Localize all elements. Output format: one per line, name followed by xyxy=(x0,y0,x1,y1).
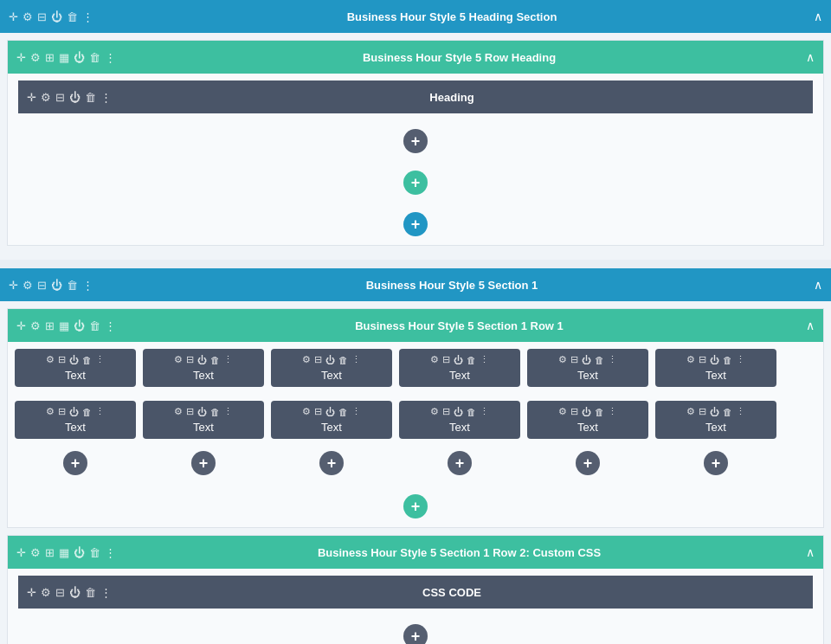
trash-icon[interactable]: 🗑 xyxy=(82,355,92,365)
gear-icon[interactable]: ⚙ xyxy=(174,406,183,417)
power-icon[interactable]: ⏻ xyxy=(454,407,463,417)
dots-icon[interactable]: ⋮ xyxy=(223,406,233,417)
move-icon[interactable]: ✛ xyxy=(16,319,26,332)
dots-icon[interactable]: ⋮ xyxy=(608,354,617,365)
columns-icon[interactable]: ▦ xyxy=(59,319,69,332)
power-icon[interactable]: ⏻ xyxy=(582,355,591,365)
power-icon[interactable]: ⏻ xyxy=(69,91,81,104)
power-icon[interactable]: ⏻ xyxy=(197,407,207,417)
power-icon[interactable]: ⏻ xyxy=(74,319,85,332)
add-col-3-button[interactable]: + xyxy=(319,451,344,475)
dots-icon[interactable]: ⋮ xyxy=(351,354,361,365)
dots-icon[interactable]: ⋮ xyxy=(105,51,116,64)
layers-icon[interactable]: ⊟ xyxy=(37,279,47,292)
layers-icon[interactable]: ⊟ xyxy=(699,354,706,365)
gear-icon[interactable]: ⚙ xyxy=(23,279,33,292)
trash-icon[interactable]: 🗑 xyxy=(467,355,476,365)
gear-icon[interactable]: ⚙ xyxy=(41,586,51,599)
move-icon[interactable]: ✛ xyxy=(16,51,26,64)
trash-icon[interactable]: 🗑 xyxy=(338,407,348,417)
layers-icon[interactable]: ⊟ xyxy=(186,354,194,365)
layers-icon[interactable]: ⊞ xyxy=(45,546,55,559)
layers-icon[interactable]: ⊟ xyxy=(58,406,66,417)
gear-icon[interactable]: ⚙ xyxy=(30,546,41,559)
power-icon[interactable]: ⏻ xyxy=(325,407,335,417)
section1-row2-chevron[interactable]: ∧ xyxy=(806,545,815,559)
layers-icon[interactable]: ⊟ xyxy=(570,406,578,417)
dots-icon[interactable]: ⋮ xyxy=(736,406,745,417)
trash-icon[interactable]: 🗑 xyxy=(210,355,220,365)
trash-icon[interactable]: 🗑 xyxy=(89,546,100,559)
power-icon[interactable]: ⏻ xyxy=(74,51,85,64)
gear-icon[interactable]: ⚙ xyxy=(686,354,695,365)
dots-icon[interactable]: ⋮ xyxy=(608,406,617,417)
add-row1-teal-button[interactable]: + xyxy=(403,494,428,518)
trash-icon[interactable]: 🗑 xyxy=(595,407,604,417)
layers-icon[interactable]: ⊟ xyxy=(442,406,450,417)
power-icon[interactable]: ⏻ xyxy=(454,355,463,365)
trash-icon[interactable]: 🗑 xyxy=(723,355,732,365)
gear-icon[interactable]: ⚙ xyxy=(302,354,311,365)
add-block-button-blue[interactable]: + xyxy=(403,212,428,236)
trash-icon[interactable]: 🗑 xyxy=(338,355,348,365)
gear-icon[interactable]: ⚙ xyxy=(430,406,439,417)
gear-icon[interactable]: ⚙ xyxy=(558,406,567,417)
dots-icon[interactable]: ⋮ xyxy=(480,406,489,417)
layers-icon[interactable]: ⊟ xyxy=(314,354,322,365)
power-icon[interactable]: ⏻ xyxy=(69,407,79,417)
layers-icon[interactable]: ⊞ xyxy=(45,319,55,332)
gear-icon[interactable]: ⚙ xyxy=(46,354,55,365)
section1-row1-chevron[interactable]: ∧ xyxy=(806,319,815,332)
layers-icon[interactable]: ⊟ xyxy=(314,406,322,417)
layers-icon[interactable]: ⊟ xyxy=(186,406,194,417)
power-icon[interactable]: ⏻ xyxy=(325,355,335,365)
gear-icon[interactable]: ⚙ xyxy=(302,406,311,417)
trash-icon[interactable]: 🗑 xyxy=(82,407,92,417)
dots-icon[interactable]: ⋮ xyxy=(82,10,93,23)
move-icon[interactable]: ✛ xyxy=(27,586,36,599)
dots-icon[interactable]: ⋮ xyxy=(100,91,112,104)
heading-row-chevron[interactable]: ∧ xyxy=(806,50,815,64)
dots-icon[interactable]: ⋮ xyxy=(100,586,112,599)
power-icon[interactable]: ⏻ xyxy=(710,355,719,365)
columns-icon[interactable]: ▦ xyxy=(59,546,69,559)
power-icon[interactable]: ⏻ xyxy=(51,279,62,292)
trash-icon[interactable]: 🗑 xyxy=(89,319,100,332)
move-icon[interactable]: ✛ xyxy=(27,91,36,104)
power-icon[interactable]: ⏻ xyxy=(582,407,591,417)
layers-icon[interactable]: ⊟ xyxy=(570,354,578,365)
move-icon[interactable]: ✛ xyxy=(9,10,18,23)
move-icon[interactable]: ✛ xyxy=(9,279,18,292)
add-block-button-teal[interactable]: + xyxy=(403,171,428,195)
trash-icon[interactable]: 🗑 xyxy=(723,407,732,417)
gear-icon[interactable]: ⚙ xyxy=(41,91,51,104)
add-col-5-button[interactable]: + xyxy=(576,451,600,475)
columns-icon[interactable]: ▦ xyxy=(59,51,69,64)
gear-icon[interactable]: ⚙ xyxy=(30,51,41,64)
add-col-2-button[interactable]: + xyxy=(191,451,216,475)
dots-icon[interactable]: ⋮ xyxy=(82,279,93,292)
gear-icon[interactable]: ⚙ xyxy=(30,319,41,332)
add-col-6-button[interactable]: + xyxy=(704,451,728,475)
power-icon[interactable]: ⏻ xyxy=(197,355,207,365)
gear-icon[interactable]: ⚙ xyxy=(46,406,55,417)
trash-icon[interactable]: 🗑 xyxy=(67,10,78,23)
gear-icon[interactable]: ⚙ xyxy=(686,406,695,417)
gear-icon[interactable]: ⚙ xyxy=(430,354,439,365)
power-icon[interactable]: ⏻ xyxy=(69,355,79,365)
layers-icon[interactable]: ⊟ xyxy=(58,354,66,365)
trash-icon[interactable]: 🗑 xyxy=(595,355,604,365)
power-icon[interactable]: ⏻ xyxy=(51,10,62,23)
layers-icon[interactable]: ⊟ xyxy=(37,10,47,23)
add-css-block-button[interactable]: + xyxy=(403,624,428,644)
dots-icon[interactable]: ⋮ xyxy=(351,406,361,417)
add-col-1-button[interactable]: + xyxy=(63,451,87,475)
trash-icon[interactable]: 🗑 xyxy=(85,586,96,599)
heading-section-chevron[interactable]: ∧ xyxy=(814,10,822,23)
gear-icon[interactable]: ⚙ xyxy=(174,354,183,365)
power-icon[interactable]: ⏻ xyxy=(710,407,719,417)
layers-icon[interactable]: ⊟ xyxy=(55,91,65,104)
dots-icon[interactable]: ⋮ xyxy=(736,354,745,365)
add-block-button-dark[interactable]: + xyxy=(403,129,428,153)
gear-icon[interactable]: ⚙ xyxy=(23,10,33,23)
